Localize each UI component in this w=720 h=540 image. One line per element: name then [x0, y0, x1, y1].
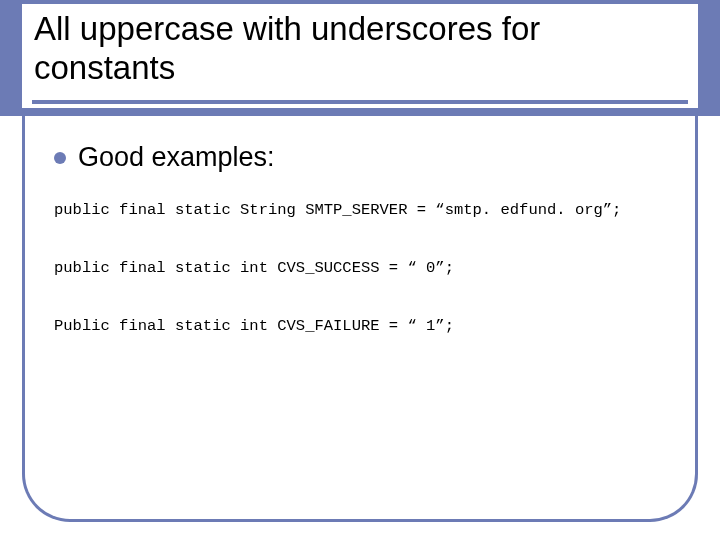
code-line-2: Public final static int CVS_FAILURE = “ …: [54, 317, 666, 335]
lead-text: Good examples:: [78, 142, 275, 173]
lead-bullet: Good examples:: [54, 142, 666, 173]
code-line-0: public final static String SMTP_SERVER =…: [54, 201, 666, 219]
title-underline: [32, 100, 688, 104]
bullet-icon: [54, 152, 66, 164]
title-box: All uppercase with underscores for const…: [22, 4, 698, 108]
code-line-1: public final static int CVS_SUCCESS = “ …: [54, 259, 666, 277]
content-area: Good examples: public final static Strin…: [54, 142, 666, 500]
slide: All uppercase with underscores for const…: [0, 0, 720, 540]
slide-title: All uppercase with underscores for const…: [34, 10, 686, 88]
